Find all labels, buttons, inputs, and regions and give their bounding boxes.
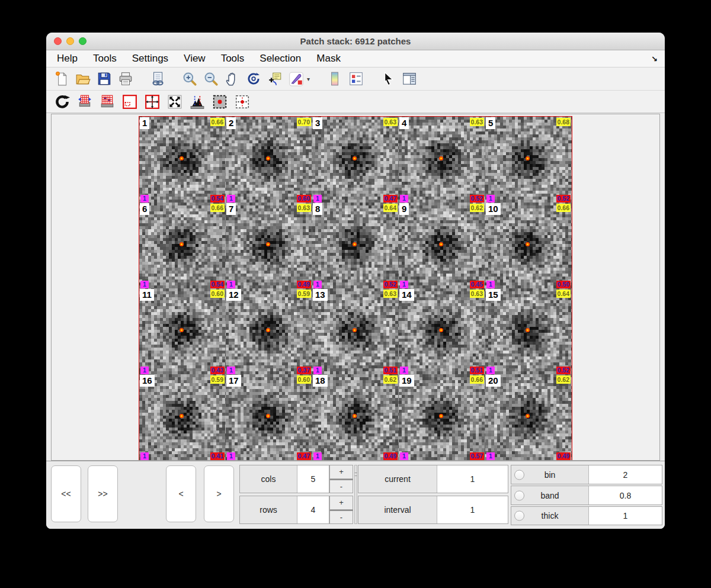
particle-center-marker[interactable] <box>439 328 443 332</box>
particle-center-marker[interactable] <box>180 414 184 418</box>
particle-center-marker[interactable] <box>266 242 270 246</box>
close-window-button[interactable] <box>54 37 62 45</box>
panel-splitter-handle[interactable] <box>354 465 357 524</box>
patch-cell[interactable]: 90.6210.45 <box>399 203 485 288</box>
patch-bottom-score-badge: 0.49 <box>297 281 311 289</box>
first-page-button[interactable]: << <box>51 465 81 522</box>
patch-grid: 10.6610.5420.7010.6030.6310.4740.6310.52… <box>139 116 572 461</box>
patch-cell[interactable]: 130.6310.51 <box>312 288 399 374</box>
center-marker-icon[interactable] <box>234 94 251 110</box>
bin-radio[interactable] <box>514 470 524 480</box>
patch-cell[interactable]: 100.6610.50 <box>485 203 572 288</box>
cols-increment-button[interactable]: + <box>329 465 353 479</box>
refresh-icon[interactable] <box>54 94 71 110</box>
grid-view-icon[interactable] <box>99 94 116 110</box>
particle-center-marker[interactable] <box>439 242 443 246</box>
patch-cell[interactable]: 40.6310.52 <box>399 117 485 203</box>
panel-layout-icon[interactable] <box>401 70 418 87</box>
menu-item-selection[interactable]: Selection <box>252 53 309 65</box>
patch-cell[interactable]: 190.6610.57 <box>399 374 485 460</box>
zoom-in-icon[interactable] <box>181 70 198 87</box>
brush-dropdown-icon[interactable]: ▾ <box>307 76 310 82</box>
particle-center-marker[interactable] <box>439 156 443 160</box>
band-value[interactable]: 0.8 <box>589 486 662 505</box>
open-folder-icon[interactable] <box>75 70 91 87</box>
minimize-window-button[interactable] <box>66 37 74 45</box>
export-document-icon[interactable] <box>149 70 166 87</box>
particle-center-marker[interactable] <box>180 156 184 160</box>
last-page-button[interactable]: >> <box>88 465 118 522</box>
pan-hand-icon[interactable] <box>224 70 241 87</box>
menu-item-tools[interactable]: Tools <box>213 53 252 65</box>
cursor-arrow-icon[interactable] <box>380 70 396 87</box>
menu-item-mask[interactable]: Mask <box>309 53 348 65</box>
particle-center-marker[interactable] <box>266 156 270 160</box>
particle-center-marker[interactable] <box>526 414 530 418</box>
box-crosshair-icon[interactable] <box>144 94 161 110</box>
particle-center-marker[interactable] <box>353 242 357 246</box>
current-value[interactable]: 1 <box>437 465 508 493</box>
zoom-window-button[interactable] <box>79 37 87 45</box>
particle-center-marker[interactable] <box>266 414 270 418</box>
patch-cell[interactable]: 180.6210.49 <box>312 374 399 460</box>
particle-center-marker[interactable] <box>266 328 270 332</box>
save-icon[interactable] <box>96 70 113 87</box>
bin-value[interactable]: 2 <box>589 465 662 484</box>
zoom-out-icon[interactable] <box>203 70 219 87</box>
patch-cell[interactable]: 150.6410.52 <box>485 288 572 374</box>
patch-view[interactable]: 10.6610.5420.7010.6030.6310.4740.6310.52… <box>51 114 660 461</box>
print-icon[interactable] <box>117 70 134 87</box>
particle-center-marker[interactable] <box>526 242 530 246</box>
rotate-view-icon[interactable] <box>245 70 262 87</box>
patch-cell[interactable]: 160.5910.41 <box>139 374 226 460</box>
cols-decrement-button[interactable]: - <box>329 479 353 494</box>
patch-cell[interactable]: 120.5910.37 <box>226 288 312 374</box>
mask-dot-icon[interactable] <box>212 94 228 110</box>
menu-item-view[interactable]: View <box>176 53 213 65</box>
new-document-icon[interactable] <box>53 70 70 87</box>
thick-value[interactable]: 1 <box>589 507 662 525</box>
particle-center-marker[interactable] <box>439 414 443 418</box>
menu-overflow-icon[interactable]: ↘ <box>651 54 658 63</box>
colormap-icon[interactable] <box>326 70 343 87</box>
patch-stack-index-badge: 1 <box>140 367 149 375</box>
particle-center-marker[interactable] <box>353 328 357 332</box>
patch-cell[interactable]: 60.6610.54 <box>139 203 226 288</box>
add-annotation-icon[interactable] <box>267 70 283 87</box>
patch-cell[interactable]: 80.6410.52 <box>312 203 399 288</box>
patch-cell[interactable]: 170.6010.47 <box>226 374 312 460</box>
menu-item-tools[interactable]: Tools <box>85 53 124 65</box>
patch-cell[interactable]: 200.6210.49 <box>485 374 572 460</box>
thick-radio[interactable] <box>514 511 524 521</box>
cols-value[interactable]: 5 <box>297 465 329 493</box>
rows-decrement-button[interactable]: - <box>329 510 353 525</box>
band-radio[interactable] <box>514 490 524 500</box>
patch-cell[interactable]: 110.6010.43 <box>139 288 226 374</box>
particle-center-marker[interactable] <box>353 156 357 160</box>
menu-item-settings[interactable]: Settings <box>124 53 176 65</box>
grid-translate-icon[interactable] <box>76 94 93 110</box>
menu-item-help[interactable]: Help <box>53 53 85 65</box>
patch-cell[interactable]: 30.6310.47 <box>312 117 399 203</box>
patch-cell[interactable]: 10.6610.54 <box>139 117 226 203</box>
particle-center-marker[interactable] <box>353 414 357 418</box>
patch-cell[interactable]: 70.6310.49 <box>226 203 312 288</box>
histogram-peak-icon[interactable] <box>189 94 206 110</box>
patch-cell[interactable]: 50.6810.52 <box>485 117 572 203</box>
expand-fit-icon[interactable] <box>166 94 183 110</box>
patch-cell[interactable]: 20.7010.60 <box>226 117 312 203</box>
box-region-icon[interactable] <box>121 94 138 110</box>
patch-cell[interactable]: 140.6310.51 <box>399 288 485 374</box>
particle-center-marker[interactable] <box>180 328 184 332</box>
rows-increment-button[interactable]: + <box>329 496 353 510</box>
rows-value[interactable]: 4 <box>297 496 329 523</box>
prev-page-button[interactable]: < <box>166 465 196 522</box>
brush-tool-icon[interactable] <box>288 70 305 87</box>
particle-center-marker[interactable] <box>180 242 184 246</box>
next-page-button[interactable]: > <box>204 465 234 522</box>
particle-center-marker[interactable] <box>526 156 530 160</box>
titlebar[interactable]: Patch stack: 6912 patches <box>46 33 665 50</box>
particle-center-marker[interactable] <box>526 328 530 332</box>
interval-value[interactable]: 1 <box>437 496 508 523</box>
display-settings-icon[interactable] <box>348 70 364 87</box>
